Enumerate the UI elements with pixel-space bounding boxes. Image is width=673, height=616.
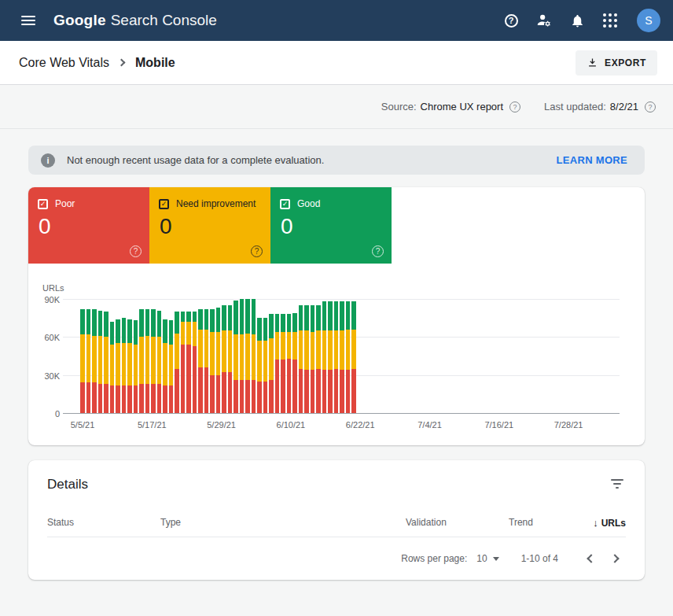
checkbox-checked-icon[interactable]: ✓ [159, 199, 169, 209]
chevron-left-icon [587, 554, 595, 563]
y-tick-label: 0 [28, 409, 60, 419]
chart-bar [122, 318, 127, 413]
manage-users-button[interactable] [530, 6, 558, 35]
report-meta-bar: Source: Chrome UX report ? Last updated:… [0, 85, 673, 129]
last-updated-value: 8/2/21 [610, 101, 638, 113]
chart-bar [222, 305, 226, 413]
chart-bar [193, 312, 197, 413]
column-trend[interactable]: Trend [509, 517, 579, 528]
chart-bar [252, 299, 256, 413]
chart-bar [163, 319, 167, 413]
chart-bar [334, 301, 339, 413]
menu-icon[interactable] [13, 5, 44, 36]
column-type[interactable]: Type [160, 517, 406, 528]
chart-plot [63, 300, 620, 414]
status-label: Poor [55, 198, 75, 209]
learn-more-link[interactable]: LEARN MORE [557, 154, 632, 166]
chart-bar [198, 309, 203, 413]
notifications-button[interactable] [563, 6, 591, 35]
chart-bar [86, 309, 91, 413]
account-avatar[interactable]: S [637, 9, 660, 32]
last-updated-help-icon[interactable]: ? [645, 101, 656, 113]
logo-product: Search Console [111, 12, 217, 29]
apps-button[interactable] [596, 6, 624, 35]
status-card-good[interactable]: ✓ Good 0 ? [270, 187, 392, 264]
info-icon: i [41, 153, 55, 168]
export-button[interactable]: EXPORT [576, 50, 657, 76]
user-settings-icon [535, 12, 553, 29]
column-urls-label: URLs [601, 518, 626, 529]
x-tick-label: 7/28/21 [554, 420, 583, 430]
caret-down-icon [493, 557, 499, 561]
breadcrumb-bar: Core Web Vitals Mobile EXPORT [0, 41, 673, 85]
chart-bar [104, 312, 108, 413]
chart-bar [139, 309, 144, 413]
breadcrumb-mobile: Mobile [135, 56, 175, 70]
status-card-poor[interactable]: ✓ Poor 0 ? [28, 187, 149, 264]
sort-descending-icon: ↓ [593, 517, 598, 529]
cwv-trend-chart: URLs 90K60K30K0 5/5/215/17/215/29/216/10… [28, 285, 645, 431]
y-tick-label: 60K [28, 333, 60, 342]
x-tick-label: 7/16/21 [484, 420, 513, 430]
checkbox-checked-icon[interactable]: ✓ [280, 199, 290, 209]
details-title: Details [47, 477, 88, 492]
status-card-need-improvement[interactable]: ✓ Need improvement 0 ? [149, 187, 270, 264]
chart-bar [204, 309, 209, 413]
x-axis-ticks: 5/5/215/17/215/29/216/10/216/22/217/4/21… [63, 420, 620, 431]
chart-bar [145, 309, 150, 413]
chevron-right-icon [118, 59, 126, 67]
next-page-button[interactable] [607, 549, 626, 568]
column-urls[interactable]: ↓ URLs [579, 517, 626, 529]
filter-icon[interactable] [610, 479, 624, 490]
chart-bar [92, 309, 97, 413]
previous-page-button[interactable] [580, 549, 599, 568]
source-help-icon[interactable]: ? [509, 101, 520, 113]
rows-per-page-value: 10 [476, 553, 487, 564]
chart-bar [240, 299, 245, 413]
pagination-range: 1-10 of 4 [521, 553, 558, 564]
help-icon[interactable]: ? [372, 245, 384, 257]
apps-grid-icon [603, 13, 617, 28]
chart-bar [216, 308, 221, 413]
x-tick-label: 7/4/21 [417, 420, 442, 430]
x-tick-label: 6/22/21 [346, 420, 375, 430]
chart-bar [340, 301, 344, 413]
pagination-bar: Rows per page: 10 1-10 of 4 [401, 545, 626, 572]
chart-bar [257, 318, 262, 413]
chart-bar [304, 305, 309, 413]
core-web-vitals-page: Google Search Console ? [0, 0, 673, 616]
help-icon[interactable]: ? [251, 245, 263, 257]
help-icon[interactable]: ? [130, 245, 142, 257]
chart-bar [275, 314, 280, 413]
logo-google: Google [53, 12, 106, 29]
chart-bar [292, 313, 297, 413]
source-label: Source: [381, 101, 417, 113]
topbar-actions: ? S [497, 6, 660, 35]
chart-bar [299, 305, 303, 413]
status-label: Good [297, 198, 320, 209]
source-value: Chrome UX report [421, 101, 503, 113]
rows-per-page-label: Rows per page: [401, 553, 467, 564]
help-button[interactable]: ? [497, 6, 525, 35]
rows-per-page-select[interactable]: 10 [476, 553, 498, 564]
chart-bar [98, 311, 103, 413]
checkbox-checked-icon[interactable]: ✓ [38, 199, 48, 209]
main-content: i Not enough recent usage data for a com… [0, 146, 673, 580]
breadcrumb-core-web-vitals[interactable]: Core Web Vitals [19, 56, 109, 70]
column-validation[interactable]: Validation [406, 517, 509, 528]
x-tick-label: 5/5/21 [71, 420, 95, 430]
app-logo[interactable]: Google Search Console [53, 12, 217, 29]
column-status[interactable]: Status [47, 517, 160, 528]
chart-bar [169, 320, 174, 413]
chart-bar [234, 301, 238, 413]
chart-bar [134, 320, 138, 413]
help-icon: ? [505, 14, 518, 28]
chart-bar [228, 305, 233, 413]
source-meta: Source: Chrome UX report ? [381, 101, 520, 113]
chart-bar [181, 312, 186, 413]
chart-bar [287, 314, 292, 413]
x-tick-label: 5/29/21 [207, 420, 236, 430]
chart-bar [346, 301, 351, 413]
chart-bar [263, 318, 268, 413]
details-table-header: Status Type Validation Trend ↓ URLs [47, 517, 626, 537]
